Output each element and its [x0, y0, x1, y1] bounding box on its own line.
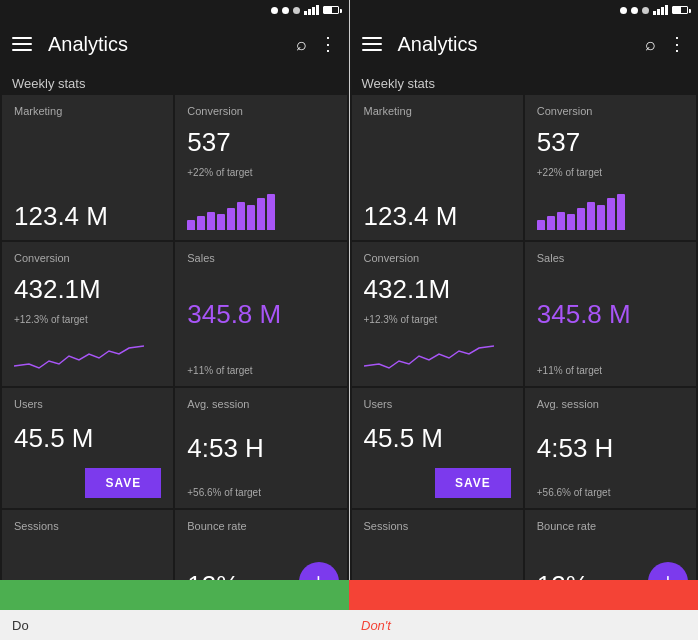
conversion-top-card-do: Conversion 537 +22% of target [175, 95, 346, 240]
conv-top-label-dont: Conversion [537, 105, 684, 117]
bar3 [207, 212, 215, 230]
indicator-bars [0, 580, 698, 610]
bounce-card-do: Bounce rate 12% + [175, 510, 346, 580]
avg-sub-do: +56.6% of target [187, 487, 334, 498]
app-title-do: Analytics [48, 33, 284, 56]
avg-label-do: Avg. session [187, 398, 334, 410]
bar-chart-dont [537, 190, 684, 230]
users-card-do: Users 45.5 M SAVE [2, 388, 173, 508]
dbar7 [597, 205, 605, 230]
dbar4 [567, 214, 575, 230]
sparkline-dont [364, 336, 494, 376]
app-bar-do: Analytics ⌕ ⋮ [0, 20, 349, 68]
marketing-card-do: Marketing 123.4 M [2, 95, 173, 240]
sales-card-do: Sales 345.8 M +11% of target [175, 242, 346, 385]
bar8 [257, 198, 265, 230]
battery-icon [323, 6, 339, 14]
avg-sub-dont: +56.6% of target [537, 487, 684, 498]
users-label-dont: Users [364, 398, 511, 410]
conv-top-label-do: Conversion [187, 105, 334, 117]
dont-label-text: Don't [361, 618, 391, 633]
avg-value-dont: 4:53 H [537, 434, 684, 463]
sessions-label-do: Sessions [14, 520, 161, 532]
conv-main-value-do: 432.1M [14, 275, 161, 304]
sales-label-dont: Sales [537, 252, 684, 264]
avg-value-do: 4:53 H [187, 434, 334, 463]
sales-label-do: Sales [187, 252, 334, 264]
more-icon-dont[interactable]: ⋮ [668, 33, 686, 55]
bar4 [217, 214, 225, 230]
bounce-card-dont: Bounce rate 12% + [525, 510, 696, 580]
avg-session-card-dont: Avg. session 4:53 H +56.6% of target [525, 388, 696, 508]
conv-main-label-do: Conversion [14, 252, 161, 264]
dbar5 [577, 208, 585, 230]
do-label: Do [0, 610, 349, 640]
search-icon-do[interactable]: ⌕ [296, 34, 307, 55]
conv-top-sub-dont: +22% of target [537, 167, 684, 178]
status-dot3d [642, 7, 649, 14]
status-bar-do [0, 0, 349, 20]
weekly-stats-dont: Weekly stats [350, 68, 699, 95]
stats-grid-do: Marketing 123.4 M Conversion 537 +22% of… [0, 95, 349, 580]
dont-indicator [349, 580, 698, 610]
sales-value-dont: 345.8 M [537, 300, 684, 329]
menu-icon-do[interactable] [12, 37, 32, 51]
status-dot1 [271, 7, 278, 14]
avg-label-dont: Avg. session [537, 398, 684, 410]
conv-main-sub-do: +12.3% of target [14, 314, 161, 325]
do-indicator [0, 580, 349, 610]
marketing-value-dont: 123.4 M [364, 202, 511, 231]
dbar6 [587, 202, 595, 230]
save-button-dont[interactable]: SAVE [435, 468, 511, 498]
status-dot2d [631, 7, 638, 14]
users-card-dont: Users 45.5 M SAVE [352, 388, 523, 508]
signal-icon [304, 5, 319, 15]
search-icon-dont[interactable]: ⌕ [645, 34, 656, 55]
bar6 [237, 202, 245, 230]
save-button-do[interactable]: SAVE [85, 468, 161, 498]
dont-label: Don't [349, 610, 698, 640]
bar1 [187, 220, 195, 230]
bar9 [267, 194, 275, 230]
sessions-value-do: 23,242 [14, 576, 161, 580]
conv-main-value-dont: 432.1M [364, 275, 511, 304]
bar2 [197, 216, 205, 230]
status-dot1d [620, 7, 627, 14]
stats-grid-dont: Marketing 123.4 M Conversion 537 +22% of… [350, 95, 699, 580]
menu-icon-dont[interactable] [362, 37, 382, 51]
dbar1 [537, 220, 545, 230]
status-dot3 [293, 7, 300, 14]
app-bar-dont: Analytics ⌕ ⋮ [350, 20, 699, 68]
sessions-value-dont: 23,242 [364, 576, 511, 580]
bounce-label-dont: Bounce rate [537, 520, 684, 532]
app-title-dont: Analytics [398, 33, 634, 56]
users-value-do: 45.5 M [14, 424, 161, 453]
marketing-card-dont: Marketing 123.4 M [352, 95, 523, 240]
dont-panel: Analytics ⌕ ⋮ Weekly stats Marketing 123… [350, 0, 699, 580]
sessions-label-dont: Sessions [364, 520, 511, 532]
users-value-dont: 45.5 M [364, 424, 511, 453]
sales-sub-do: +11% of target [187, 365, 334, 376]
conv-main-sub-dont: +12.3% of target [364, 314, 511, 325]
conv-top-value-do: 537 [187, 128, 334, 157]
status-dot2 [282, 7, 289, 14]
signal-icon-dont [653, 5, 668, 15]
dbar9 [617, 194, 625, 230]
fab-do[interactable]: + [299, 562, 339, 580]
dbar3 [557, 212, 565, 230]
more-icon-do[interactable]: ⋮ [319, 33, 337, 55]
do-panel: Analytics ⌕ ⋮ Weekly stats Marketing 123… [0, 0, 349, 580]
sessions-card-dont: Sessions 23,242 [352, 510, 523, 580]
conversion-main-card-dont: Conversion 432.1M +12.3% of target [352, 242, 523, 385]
avg-session-card-do: Avg. session 4:53 H +56.6% of target [175, 388, 346, 508]
sales-sub-dont: +11% of target [537, 365, 684, 376]
sales-value-do: 345.8 M [187, 300, 334, 329]
status-bar-dont [350, 0, 699, 20]
fab-dont[interactable]: + [648, 562, 688, 580]
battery-icon-dont [672, 6, 688, 14]
bounce-label-do: Bounce rate [187, 520, 334, 532]
bar-chart-do [187, 190, 334, 230]
conversion-main-card-do: Conversion 432.1M +12.3% of target [2, 242, 173, 385]
conv-main-label-dont: Conversion [364, 252, 511, 264]
sparkline-do [14, 336, 144, 376]
